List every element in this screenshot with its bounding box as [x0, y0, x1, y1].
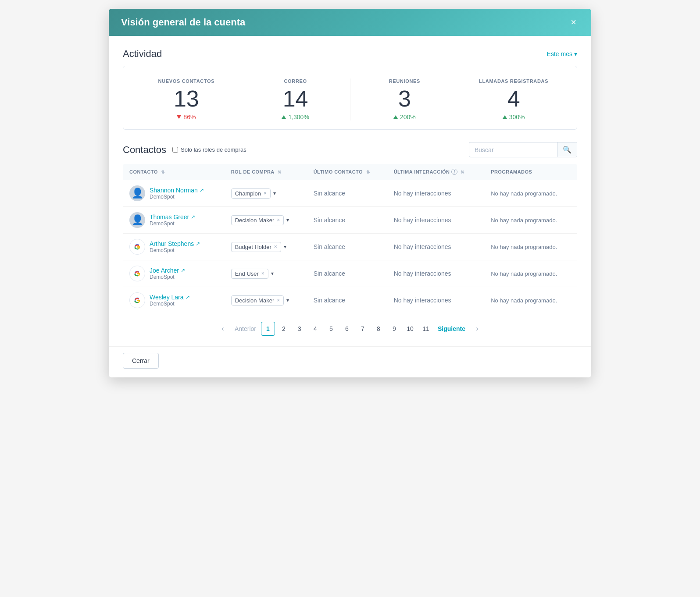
external-link-icon[interactable]: ↗ [191, 214, 195, 220]
contact-company: DemoSpot [150, 247, 200, 253]
stat-label: NUEVOS CONTACTOS [132, 78, 241, 84]
contact-cell: 👤 Thomas Greer ↗ DemoSpot [123, 207, 225, 234]
contacts-left: Contactos Solo las roles de compras [123, 144, 246, 156]
last-interaction-value: No hay interacciones [394, 297, 451, 304]
role-cell: Budget Holder × ▾ [225, 234, 307, 260]
external-link-icon[interactable]: ↗ [196, 241, 200, 247]
page-4-button[interactable]: 4 [308, 322, 322, 336]
contact-name[interactable]: Shannon Norman ↗ [150, 187, 204, 194]
last-interaction-cell: No hay interacciones [388, 180, 485, 207]
last-contact-value: Sin alcance [314, 190, 345, 197]
col-contact: CONTACTO ⇅ [123, 164, 225, 180]
avatar [129, 266, 145, 281]
next-label-button[interactable]: Siguiente [435, 322, 468, 336]
table-row: 👤 Thomas Greer ↗ DemoSpot Decision Maker… [123, 207, 577, 234]
page-2-button[interactable]: 2 [277, 322, 291, 336]
stat-change: 200% [350, 114, 459, 121]
role-dropdown-button[interactable]: ▾ [284, 244, 286, 250]
page-5-button[interactable]: 5 [324, 322, 338, 336]
page-11-button[interactable]: 11 [419, 322, 433, 336]
cerrar-button[interactable]: Cerrar [123, 353, 159, 369]
external-link-icon[interactable]: ↗ [181, 267, 185, 274]
next-arrow-button[interactable]: › [470, 322, 484, 336]
activity-filter-button[interactable]: Este mes ▾ [547, 50, 577, 57]
sort-icon-interaction[interactable]: ⇅ [461, 170, 464, 174]
last-interaction-cell: No hay interacciones [388, 207, 485, 234]
page-9-button[interactable]: 9 [387, 322, 401, 336]
role-cell: End User × ▾ [225, 260, 307, 287]
contact-name[interactable]: Joe Archer ↗ [150, 267, 185, 274]
buying-roles-filter[interactable]: Solo las roles de compras [172, 146, 246, 153]
col-last-contact-label: ÚLTIMO CONTACTO [314, 169, 363, 174]
avatar: 👤 [129, 185, 145, 201]
scheduled-cell: No hay nada programado. [485, 207, 577, 234]
prev-arrow-button[interactable]: ‹ [216, 322, 230, 336]
buying-roles-checkbox[interactable] [172, 147, 178, 153]
stat-label: LLAMADAS REGISTRADAS [459, 78, 568, 84]
buying-roles-label: Solo las roles de compras [181, 146, 246, 153]
contacts-table: CONTACTO ⇅ ROL DE COMPRA ⇅ ÚLTIMO CONTAC… [123, 163, 577, 314]
col-last-contact: ÚLTIMO CONTACTO ⇅ [307, 164, 388, 180]
table-row: 👤 Shannon Norman ↗ DemoSpot Champion × ▾ [123, 180, 577, 207]
scheduled-value: No hay nada programado. [491, 297, 557, 304]
stat-change: 1,300% [241, 114, 350, 121]
last-contact-cell: Sin alcance [307, 234, 388, 260]
scheduled-cell: No hay nada programado. [485, 287, 577, 314]
last-contact-cell: Sin alcance [307, 180, 388, 207]
stat-percent: 200% [400, 114, 416, 121]
stat-percent: 1,300% [288, 114, 309, 121]
close-button[interactable]: × [568, 17, 579, 28]
role-dropdown-button[interactable]: ▾ [286, 297, 289, 303]
role-remove-button[interactable]: × [264, 190, 267, 196]
role-remove-button[interactable]: × [261, 270, 264, 277]
col-role: ROL DE COMPRA ⇅ [225, 164, 307, 180]
stat-label: CORREO [241, 78, 350, 84]
up-icon [503, 115, 507, 119]
person-icon: 👤 [132, 188, 143, 199]
role-remove-button[interactable]: × [277, 297, 280, 303]
last-interaction-value: No hay interacciones [394, 190, 451, 197]
sort-icon-last-contact[interactable]: ⇅ [366, 170, 370, 174]
stat-block: CORREO 14 1,300% [241, 78, 350, 121]
page-3-button[interactable]: 3 [293, 322, 307, 336]
activity-card: NUEVOS CONTACTOS 13 86% CORREO 14 1,300%… [123, 66, 577, 130]
search-icon: 🔍 [563, 146, 571, 153]
contact-name[interactable]: Wesley Lara ↗ [150, 294, 190, 301]
role-dropdown-button[interactable]: ▾ [273, 190, 276, 196]
stat-block: REUNIONES 3 200% [350, 78, 459, 121]
last-contact-value: Sin alcance [314, 217, 345, 224]
table-row: Wesley Lara ↗ DemoSpot Decision Maker × … [123, 287, 577, 314]
scheduled-cell: No hay nada programado. [485, 260, 577, 287]
page-6-button[interactable]: 6 [340, 322, 354, 336]
contact-name[interactable]: Arthur Stephens ↗ [150, 240, 200, 247]
role-label: Decision Maker [235, 297, 275, 304]
sort-icon-contact[interactable]: ⇅ [161, 170, 164, 174]
role-badge: End User × [231, 269, 268, 279]
last-interaction-value: No hay interacciones [394, 270, 451, 277]
role-remove-button[interactable]: × [274, 244, 277, 250]
page-1-button[interactable]: 1 [261, 322, 275, 336]
role-badge: Budget Holder × [231, 242, 281, 252]
modal-footer: Cerrar [109, 346, 591, 377]
stat-value: 4 [459, 87, 568, 110]
stat-value: 13 [132, 87, 241, 110]
sort-icon-role[interactable]: ⇅ [278, 170, 281, 174]
search-input[interactable] [469, 143, 557, 156]
page-8-button[interactable]: 8 [371, 322, 386, 336]
page-7-button[interactable]: 7 [356, 322, 370, 336]
prev-label-button[interactable]: Anterior [232, 322, 259, 336]
modal-body: Actividad Este mes ▾ NUEVOS CONTACTOS 13… [109, 36, 591, 346]
role-dropdown-button[interactable]: ▾ [286, 217, 289, 223]
role-dropdown-button[interactable]: ▾ [271, 270, 274, 277]
page-10-button[interactable]: 10 [403, 322, 417, 336]
contact-name[interactable]: Thomas Greer ↗ [150, 213, 195, 220]
external-link-icon[interactable]: ↗ [186, 294, 190, 300]
role-remove-button[interactable]: × [277, 217, 280, 223]
contacts-section-header: Contactos Solo las roles de compras 🔍 [123, 142, 577, 157]
last-contact-value: Sin alcance [314, 243, 345, 250]
search-button[interactable]: 🔍 [557, 142, 577, 157]
role-badge: Decision Maker × [231, 215, 284, 225]
stat-value: 14 [241, 87, 350, 110]
external-link-icon[interactable]: ↗ [200, 187, 204, 193]
page-buttons: 1234567891011 [261, 322, 433, 336]
